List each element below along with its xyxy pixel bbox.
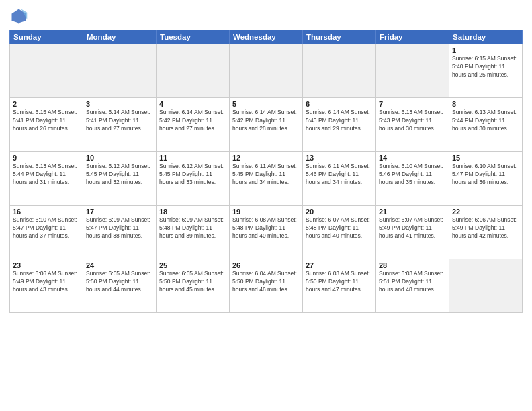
calendar-cell: 4Sunrise: 6:14 AM Sunset: 5:42 PM Daylig… xyxy=(157,98,230,152)
day-number: 24 xyxy=(86,261,153,269)
day-number: 28 xyxy=(379,261,446,269)
day-info: Sunrise: 6:13 AM Sunset: 5:44 PM Dayligh… xyxy=(452,109,519,133)
day-number: 4 xyxy=(159,100,226,108)
day-number: 18 xyxy=(159,208,226,216)
calendar-cell: 18Sunrise: 6:09 AM Sunset: 5:48 PM Dayli… xyxy=(157,205,230,259)
day-info: Sunrise: 6:05 AM Sunset: 5:50 PM Dayligh… xyxy=(159,270,226,294)
day-info: Sunrise: 6:04 AM Sunset: 5:50 PM Dayligh… xyxy=(232,270,300,294)
calendar-cell: 22Sunrise: 6:06 AM Sunset: 5:49 PM Dayli… xyxy=(449,205,523,259)
weekday-header-row: SundayMondayTuesdayWednesdayThursdayFrid… xyxy=(10,30,523,44)
day-number: 13 xyxy=(306,154,373,162)
calendar-cell: 12Sunrise: 6:11 AM Sunset: 5:45 PM Dayli… xyxy=(230,152,303,205)
calendar-cell: 3Sunrise: 6:14 AM Sunset: 5:41 PM Daylig… xyxy=(83,98,157,152)
weekday-header-monday: Monday xyxy=(83,30,157,44)
week-row-0: 1Sunrise: 6:15 AM Sunset: 5:40 PM Daylig… xyxy=(10,44,523,98)
day-info: Sunrise: 6:05 AM Sunset: 5:50 PM Dayligh… xyxy=(86,270,153,294)
day-info: Sunrise: 6:06 AM Sunset: 5:49 PM Dayligh… xyxy=(13,270,80,294)
day-number: 22 xyxy=(452,208,519,216)
day-info: Sunrise: 6:14 AM Sunset: 5:42 PM Dayligh… xyxy=(159,109,226,133)
calendar-cell xyxy=(157,44,230,98)
calendar-cell: 27Sunrise: 6:03 AM Sunset: 5:50 PM Dayli… xyxy=(303,259,376,313)
day-number: 15 xyxy=(452,154,519,162)
day-info: Sunrise: 6:15 AM Sunset: 5:41 PM Dayligh… xyxy=(13,109,80,133)
calendar-cell: 23Sunrise: 6:06 AM Sunset: 5:49 PM Dayli… xyxy=(10,259,83,313)
calendar-cell: 13Sunrise: 6:11 AM Sunset: 5:46 PM Dayli… xyxy=(303,152,376,205)
calendar-cell: 19Sunrise: 6:08 AM Sunset: 5:48 PM Dayli… xyxy=(230,205,303,259)
day-info: Sunrise: 6:10 AM Sunset: 5:47 PM Dayligh… xyxy=(13,216,80,240)
calendar-cell: 17Sunrise: 6:09 AM Sunset: 5:47 PM Dayli… xyxy=(83,205,157,259)
calendar-cell xyxy=(449,259,523,313)
day-number: 23 xyxy=(13,261,80,269)
day-number: 20 xyxy=(306,208,373,216)
day-info: Sunrise: 6:07 AM Sunset: 5:49 PM Dayligh… xyxy=(379,216,446,240)
day-info: Sunrise: 6:14 AM Sunset: 5:42 PM Dayligh… xyxy=(232,109,300,133)
day-info: Sunrise: 6:12 AM Sunset: 5:45 PM Dayligh… xyxy=(159,163,226,187)
day-number: 10 xyxy=(86,154,153,162)
week-row-3: 16Sunrise: 6:10 AM Sunset: 5:47 PM Dayli… xyxy=(10,205,523,259)
logo-icon xyxy=(9,7,28,26)
week-row-1: 2Sunrise: 6:15 AM Sunset: 5:41 PM Daylig… xyxy=(10,98,523,152)
calendar-cell: 5Sunrise: 6:14 AM Sunset: 5:42 PM Daylig… xyxy=(230,98,303,152)
day-number: 3 xyxy=(86,100,153,108)
day-number: 27 xyxy=(306,261,373,269)
day-info: Sunrise: 6:11 AM Sunset: 5:46 PM Dayligh… xyxy=(306,163,373,187)
day-number: 26 xyxy=(232,261,300,269)
day-info: Sunrise: 6:06 AM Sunset: 5:49 PM Dayligh… xyxy=(452,216,519,240)
calendar-cell: 15Sunrise: 6:10 AM Sunset: 5:47 PM Dayli… xyxy=(449,152,523,205)
calendar-table: SundayMondayTuesdayWednesdayThursdayFrid… xyxy=(9,30,523,313)
calendar-cell: 9Sunrise: 6:13 AM Sunset: 5:44 PM Daylig… xyxy=(10,152,83,205)
day-info: Sunrise: 6:03 AM Sunset: 5:51 PM Dayligh… xyxy=(379,270,446,294)
day-number: 14 xyxy=(379,154,446,162)
day-info: Sunrise: 6:10 AM Sunset: 5:46 PM Dayligh… xyxy=(379,163,446,187)
weekday-header-tuesday: Tuesday xyxy=(157,30,230,44)
day-number: 17 xyxy=(86,208,153,216)
weekday-header-wednesday: Wednesday xyxy=(230,30,303,44)
calendar-cell: 2Sunrise: 6:15 AM Sunset: 5:41 PM Daylig… xyxy=(10,98,83,152)
day-number: 25 xyxy=(159,261,226,269)
day-info: Sunrise: 6:13 AM Sunset: 5:43 PM Dayligh… xyxy=(379,109,446,133)
weekday-header-thursday: Thursday xyxy=(303,30,376,44)
calendar-cell: 11Sunrise: 6:12 AM Sunset: 5:45 PM Dayli… xyxy=(157,152,230,205)
weekday-header-sunday: Sunday xyxy=(10,30,83,44)
calendar-cell: 25Sunrise: 6:05 AM Sunset: 5:50 PM Dayli… xyxy=(157,259,230,313)
calendar-cell: 6Sunrise: 6:14 AM Sunset: 5:43 PM Daylig… xyxy=(303,98,376,152)
day-info: Sunrise: 6:14 AM Sunset: 5:41 PM Dayligh… xyxy=(86,109,153,133)
day-number: 2 xyxy=(13,100,80,108)
logo xyxy=(9,7,31,26)
day-number: 21 xyxy=(379,208,446,216)
day-info: Sunrise: 6:09 AM Sunset: 5:47 PM Dayligh… xyxy=(86,216,153,240)
day-number: 12 xyxy=(232,154,300,162)
header xyxy=(9,7,523,26)
weekday-header-saturday: Saturday xyxy=(449,30,523,44)
weekday-header-friday: Friday xyxy=(376,30,449,44)
day-number: 1 xyxy=(452,46,519,54)
calendar-cell: 1Sunrise: 6:15 AM Sunset: 5:40 PM Daylig… xyxy=(449,44,523,98)
calendar-cell: 21Sunrise: 6:07 AM Sunset: 5:49 PM Dayli… xyxy=(376,205,449,259)
day-number: 6 xyxy=(306,100,373,108)
day-info: Sunrise: 6:13 AM Sunset: 5:44 PM Dayligh… xyxy=(13,163,80,187)
day-info: Sunrise: 6:11 AM Sunset: 5:45 PM Dayligh… xyxy=(232,163,300,187)
day-info: Sunrise: 6:03 AM Sunset: 5:50 PM Dayligh… xyxy=(306,270,373,294)
calendar-cell: 16Sunrise: 6:10 AM Sunset: 5:47 PM Dayli… xyxy=(10,205,83,259)
day-number: 8 xyxy=(452,100,519,108)
week-row-4: 23Sunrise: 6:06 AM Sunset: 5:49 PM Dayli… xyxy=(10,259,523,313)
day-info: Sunrise: 6:14 AM Sunset: 5:43 PM Dayligh… xyxy=(306,109,373,133)
day-number: 11 xyxy=(159,154,226,162)
calendar-cell xyxy=(10,44,83,98)
calendar-cell: 20Sunrise: 6:07 AM Sunset: 5:48 PM Dayli… xyxy=(303,205,376,259)
day-info: Sunrise: 6:08 AM Sunset: 5:48 PM Dayligh… xyxy=(232,216,300,240)
day-number: 5 xyxy=(232,100,300,108)
week-row-2: 9Sunrise: 6:13 AM Sunset: 5:44 PM Daylig… xyxy=(10,152,523,205)
calendar-cell xyxy=(83,44,157,98)
calendar-cell xyxy=(230,44,303,98)
day-info: Sunrise: 6:10 AM Sunset: 5:47 PM Dayligh… xyxy=(452,163,519,187)
day-number: 9 xyxy=(13,154,80,162)
calendar-cell: 7Sunrise: 6:13 AM Sunset: 5:43 PM Daylig… xyxy=(376,98,449,152)
day-info: Sunrise: 6:07 AM Sunset: 5:48 PM Dayligh… xyxy=(306,216,373,240)
calendar-cell xyxy=(376,44,449,98)
day-info: Sunrise: 6:12 AM Sunset: 5:45 PM Dayligh… xyxy=(86,163,153,187)
calendar-cell: 10Sunrise: 6:12 AM Sunset: 5:45 PM Dayli… xyxy=(83,152,157,205)
day-info: Sunrise: 6:09 AM Sunset: 5:48 PM Dayligh… xyxy=(159,216,226,240)
calendar-cell: 14Sunrise: 6:10 AM Sunset: 5:46 PM Dayli… xyxy=(376,152,449,205)
calendar-cell: 24Sunrise: 6:05 AM Sunset: 5:50 PM Dayli… xyxy=(83,259,157,313)
